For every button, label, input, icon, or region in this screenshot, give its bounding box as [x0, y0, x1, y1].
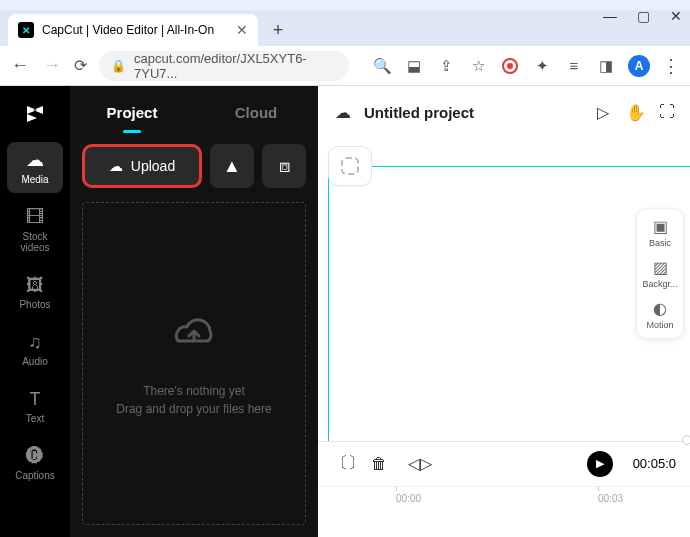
bookmark-icon[interactable]: ☆ — [468, 56, 488, 76]
drive-icon: ▲ — [223, 156, 241, 177]
timeline: 〔〕 🗑 ◁▷ ▶ 00:05:0 00:00 00:03 — [318, 441, 690, 537]
rail-text[interactable]: T Text — [7, 381, 63, 432]
time-display: 00:05:0 — [633, 456, 676, 471]
url-text: capcut.com/editor/JXL5XYT6-7YU7... — [134, 51, 337, 81]
window-maximize[interactable]: ▢ — [637, 8, 650, 24]
canvas-header: ☁ Untitled project ▷ ✋ ⛶ — [318, 86, 690, 138]
captions-icon: 🅒 — [26, 446, 44, 466]
mirror-icon[interactable]: ◁▷ — [408, 454, 426, 473]
sidepanel-icon[interactable]: ◨ — [596, 56, 616, 76]
play-button[interactable]: ▶ — [587, 451, 613, 477]
upload-label: Upload — [131, 158, 175, 174]
install-icon[interactable]: ⬓ — [404, 56, 424, 76]
tab-cloud[interactable]: Cloud — [194, 104, 318, 121]
reload-button[interactable]: ⟳ — [74, 56, 87, 75]
canvas-area: ☁ Untitled project ▷ ✋ ⛶ ▣ Basic ▨ Backg — [318, 86, 690, 537]
upload-cloud-icon: ☁ — [109, 158, 123, 174]
rail-media[interactable]: ☁ Media — [7, 142, 63, 193]
project-title[interactable]: Untitled project — [364, 104, 474, 121]
tool-basic[interactable]: ▣ Basic — [637, 217, 683, 248]
lock-icon: 🔒 — [111, 59, 126, 73]
dropbox-button[interactable]: ⧈ — [262, 144, 306, 188]
background-icon: ▨ — [653, 258, 668, 277]
upload-button[interactable]: ☁ Upload — [82, 144, 202, 188]
playlist-icon[interactable]: ≡ — [564, 56, 584, 76]
dropbox-icon: ⧈ — [279, 156, 290, 177]
tick-1: 00:03 — [598, 493, 623, 504]
cloud-upload-icon — [166, 309, 222, 364]
share-icon[interactable]: ⇪ — [436, 56, 456, 76]
rail-photos[interactable]: 🖼 Photos — [7, 267, 63, 318]
window-minimize[interactable]: — — [603, 8, 617, 24]
tab-title: CapCut | Video Editor | All-In-On — [42, 23, 228, 37]
browser-tab[interactable]: ✕ CapCut | Video Editor | All-In-On ✕ — [8, 14, 258, 46]
zoom-icon[interactable]: 🔍 — [372, 56, 392, 76]
side-toolbar: ▣ Basic ▨ Backgr... ◐ Motion — [636, 208, 684, 339]
media-panel: Project Cloud ☁ Upload ▲ ⧈ There's nothi… — [70, 86, 318, 537]
google-drive-button[interactable]: ▲ — [210, 144, 254, 188]
profile-avatar[interactable]: A — [628, 55, 650, 77]
rail-captions[interactable]: 🅒 Captions — [7, 438, 63, 489]
drop-zone[interactable]: There's nothing yet Drag and drop your f… — [82, 202, 306, 525]
delete-icon[interactable]: 🗑 — [370, 455, 388, 473]
browser-menu-icon[interactable]: ⋮ — [662, 55, 680, 77]
window-close[interactable]: ✕ — [670, 8, 682, 24]
capcut-logo[interactable] — [21, 98, 49, 126]
split-icon[interactable]: 〔〕 — [332, 453, 350, 474]
film-icon: 🎞 — [26, 207, 44, 227]
empty-subtitle: Drag and drop your files here — [116, 400, 271, 418]
back-button[interactable]: ← — [10, 55, 30, 76]
tab-project[interactable]: Project — [70, 104, 194, 121]
selection-tool[interactable] — [328, 146, 372, 186]
motion-icon: ◐ — [653, 299, 667, 318]
close-tab-icon[interactable]: ✕ — [236, 22, 248, 38]
basic-icon: ▣ — [653, 217, 668, 236]
marquee-icon — [341, 157, 359, 175]
tool-background[interactable]: ▨ Backgr... — [637, 258, 683, 289]
extensions-icon[interactable]: ✦ — [532, 56, 552, 76]
image-icon: 🖼 — [26, 275, 44, 295]
rail-audio[interactable]: ♫ Audio — [7, 324, 63, 375]
fullscreen-icon[interactable]: ⛶ — [658, 103, 676, 121]
text-icon: T — [30, 389, 41, 409]
tool-motion[interactable]: ◐ Motion — [637, 299, 683, 330]
nav-rail: ☁ Media 🎞 Stock videos 🖼 Photos ♫ Audio … — [0, 86, 70, 537]
capcut-favicon: ✕ — [18, 22, 34, 38]
forward-button[interactable]: → — [42, 55, 62, 76]
url-input[interactable]: 🔒 capcut.com/editor/JXL5XYT6-7YU7... — [99, 51, 349, 81]
project-cloud-icon: ☁ — [332, 101, 354, 123]
rail-stock-videos[interactable]: 🎞 Stock videos — [7, 199, 63, 261]
play-outline-icon[interactable]: ▷ — [594, 103, 612, 122]
music-icon: ♫ — [28, 332, 42, 352]
hand-tool-icon[interactable]: ✋ — [626, 103, 644, 122]
record-icon[interactable] — [500, 56, 520, 76]
new-tab-button[interactable]: + — [264, 16, 292, 44]
address-bar: ← → ⟳ 🔒 capcut.com/editor/JXL5XYT6-7YU7.… — [0, 46, 690, 86]
cloud-icon: ☁ — [26, 150, 44, 170]
empty-title: There's nothing yet — [143, 382, 245, 400]
timeline-track[interactable]: 00:00 00:03 — [318, 486, 690, 537]
tick-0: 00:00 — [396, 493, 421, 504]
tab-strip: ✕ CapCut | Video Editor | All-In-On ✕ + — [0, 10, 690, 46]
